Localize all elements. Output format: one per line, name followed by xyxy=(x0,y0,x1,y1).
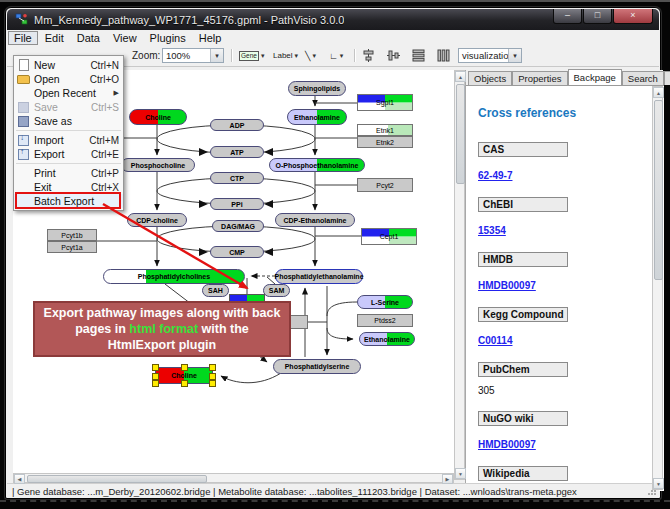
scroll-down-icon[interactable]: ▼ xyxy=(653,478,664,489)
node-ethanolamine-bottom[interactable]: Ethanolamine xyxy=(359,332,415,346)
selection-handle[interactable] xyxy=(152,373,159,380)
menu-item-label: Print xyxy=(34,167,91,179)
node-atp[interactable]: ATP xyxy=(210,146,264,158)
maximize-button[interactable]: □ xyxy=(583,9,612,24)
menu-view[interactable]: View xyxy=(107,31,143,45)
selection-handle[interactable] xyxy=(181,364,188,371)
scroll-right-icon[interactable]: ▶ xyxy=(442,474,453,484)
selection-handle[interactable] xyxy=(209,373,216,380)
distribute-vertical-button[interactable] xyxy=(411,48,426,63)
backpage-link[interactable]: 15354 xyxy=(478,225,506,237)
node-l-serine[interactable]: L-Serine xyxy=(357,295,413,309)
node-etnk1[interactable]: Etnk1 xyxy=(357,124,413,136)
node-etnk2[interactable]: Etnk2 xyxy=(357,136,413,148)
distribute-horizontal-button[interactable] xyxy=(436,48,451,63)
chevron-down-icon[interactable]: ▾ xyxy=(508,49,521,62)
backpage-section-nugo-wiki: NuGO wikiHMDB00097 xyxy=(478,411,664,452)
node-phosphatidylserine[interactable]: Phosphatidylserine xyxy=(273,359,361,374)
node-dag[interactable]: DAG/MAG xyxy=(212,220,264,232)
node-cmp[interactable]: CMP xyxy=(210,246,264,258)
file-menu-item-import[interactable]: ImportCtrl+M xyxy=(14,133,123,147)
menu-file[interactable]: File xyxy=(8,31,38,45)
scroll-up-icon[interactable]: ▲ xyxy=(653,87,664,98)
canvas-vertical-scrollbar[interactable]: ▲ ▼ xyxy=(454,70,465,480)
node-ethanolamine-top[interactable]: Ethanolamine xyxy=(287,109,347,125)
minimize-button[interactable]: – xyxy=(553,9,582,24)
backpage-link[interactable]: C00114 xyxy=(478,335,512,347)
tab-search[interactable]: Search xyxy=(622,71,664,85)
file-menu-item-export[interactable]: ExportCtrl+E xyxy=(14,147,123,161)
side-panel-tabs: ObjectsPropertiesBackpageSearchLegend xyxy=(468,70,670,85)
node-cdp-ethanolamine[interactable]: CDP-Ethanolamine xyxy=(275,213,355,227)
tab-properties[interactable]: Properties xyxy=(512,71,567,85)
file-menu-item-new[interactable]: NewCtrl+N xyxy=(14,58,123,72)
menu-bar: FileEditDataViewPluginsHelp xyxy=(7,30,659,47)
align-horizontal-center-button[interactable] xyxy=(386,48,401,63)
file-menu-item-open-recent[interactable]: Open Recent▶ xyxy=(14,86,123,100)
scroll-left-icon[interactable]: ◀ xyxy=(14,474,25,484)
visualization-combobox[interactable]: visualization ▾ xyxy=(458,48,522,63)
scroll-up-icon[interactable]: ▲ xyxy=(455,71,466,82)
zoom-combobox[interactable]: 100% ▾ xyxy=(162,48,224,63)
node-sphingolipids[interactable]: Sphingolipids xyxy=(288,81,346,96)
draw-line-button[interactable]: ╲ ▾ xyxy=(303,48,318,63)
scrollbar-thumb[interactable] xyxy=(654,100,663,280)
node-pcyt1a[interactable]: Pcyt1a xyxy=(47,241,97,253)
node-choline-selected[interactable]: Choline xyxy=(155,367,213,384)
node-sam[interactable]: SAM xyxy=(263,284,290,297)
node-cdp-choline[interactable]: CDP-choline xyxy=(127,213,187,227)
file-menu-item-open[interactable]: OpenCtrl+O xyxy=(14,72,123,86)
selection-handle[interactable] xyxy=(152,380,159,387)
backpage-link[interactable]: HMDB00097 xyxy=(478,280,536,292)
add-gene-button[interactable]: Gene ▾ xyxy=(237,48,266,63)
selection-handle[interactable] xyxy=(209,380,216,387)
scrollbar-thumb[interactable] xyxy=(456,84,465,184)
zoom-value: 100% xyxy=(163,50,210,61)
status-bar: | Gene database: ...m_Derby_20120602.bri… xyxy=(7,483,659,498)
selection-handle[interactable] xyxy=(209,364,216,371)
node-sgpl1[interactable]: Sgpl1 xyxy=(357,94,413,111)
node-pcyt1b[interactable]: Pcyt1b xyxy=(47,229,97,241)
backpage-link[interactable]: 62-49-7 xyxy=(478,170,512,182)
canvas-horizontal-scrollbar[interactable]: ◀ ▶ xyxy=(13,473,454,483)
menu-edit[interactable]: Edit xyxy=(39,31,70,45)
menu-data[interactable]: Data xyxy=(71,31,106,45)
node-phosphatidylcholines[interactable]: Phosphatidylcholines xyxy=(103,269,245,284)
node-ptdss2[interactable]: Ptdss2 xyxy=(357,314,413,327)
node-ppi[interactable]: PPi xyxy=(210,198,264,210)
menu-help[interactable]: Help xyxy=(193,31,228,45)
tab-objects[interactable]: Objects xyxy=(468,71,512,85)
title-bar[interactable]: Mm_Kennedy_pathway_WP1771_45176.gpml - P… xyxy=(7,9,659,30)
backpage-link[interactable]: HMDB00097 xyxy=(478,439,536,451)
scrollbar-thumb[interactable] xyxy=(27,475,207,483)
align-vertical-center-button[interactable] xyxy=(361,48,376,63)
node-phosphatidylethanolamine[interactable]: Phosphatidylethanolamine xyxy=(275,269,363,284)
node-sah[interactable]: SAH xyxy=(202,284,229,297)
align-vertical-center-icon xyxy=(362,49,375,62)
node-pcyt2[interactable]: Pcyt2 xyxy=(357,178,413,192)
node-ctp[interactable]: CTP xyxy=(210,172,264,184)
menu-item-label: Import xyxy=(34,134,89,146)
file-menu-item-save-as[interactable]: Save as xyxy=(14,114,123,128)
file-menu-item-print[interactable]: PrintCtrl+P xyxy=(14,166,123,180)
tab-legend[interactable]: Legend xyxy=(664,71,670,85)
node-adp[interactable]: ADP xyxy=(210,119,264,131)
panel-vertical-scrollbar[interactable]: ▲ ▼ xyxy=(652,86,663,490)
scroll-down-icon[interactable]: ▼ xyxy=(455,468,466,479)
tab-backpage[interactable]: Backpage xyxy=(568,69,622,85)
chevron-down-icon[interactable]: ▾ xyxy=(210,49,223,62)
menu-plugins[interactable]: Plugins xyxy=(144,31,192,45)
close-button[interactable]: × xyxy=(613,9,653,24)
node-cept1[interactable]: Cept1 xyxy=(361,228,417,245)
add-label-button[interactable]: Label ▾ xyxy=(271,48,300,63)
node-gene-partial[interactable] xyxy=(288,315,308,329)
selection-handle[interactable] xyxy=(152,364,159,371)
node-o-phosphoethanolamine[interactable]: O-Phosphoethanolamine xyxy=(269,158,365,172)
file-menu-item-save[interactable]: SaveCtrl+S xyxy=(14,100,123,114)
export-icon xyxy=(17,148,30,160)
menu-item-shortcut: Ctrl+X xyxy=(91,182,119,193)
node-phosphocholine[interactable]: Phosphocholine xyxy=(121,158,195,172)
draw-connector-button[interactable]: ∟ ▾ xyxy=(327,48,345,63)
selection-handle[interactable] xyxy=(181,380,188,387)
node-choline-top[interactable]: Choline xyxy=(129,109,187,125)
